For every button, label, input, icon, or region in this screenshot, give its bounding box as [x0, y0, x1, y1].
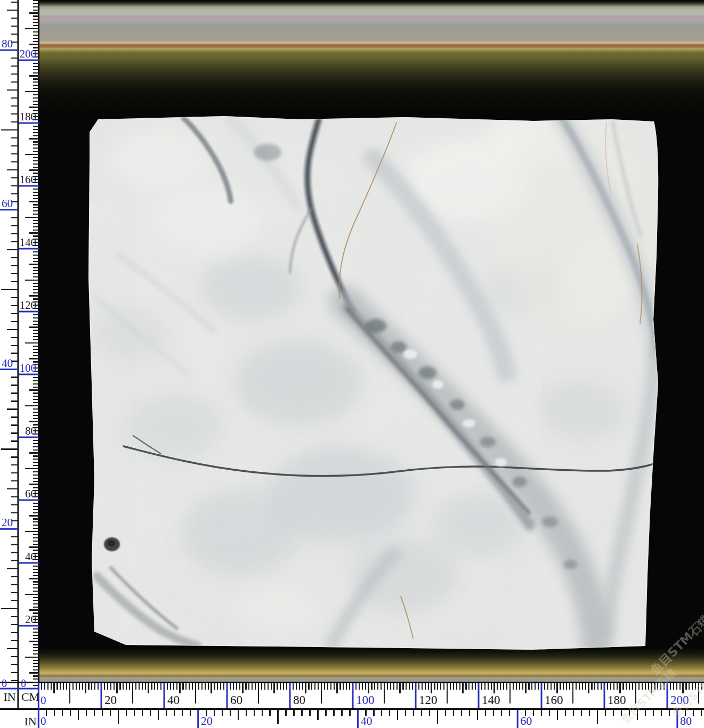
scan-scene: 2040608010012014016018020020406080002040… [0, 0, 704, 728]
ruler-label: 0 [21, 677, 26, 689]
ruler-major-line [352, 683, 354, 708]
scan-artifact-top-bands [39, 0, 704, 112]
ruler-major-line [415, 683, 417, 708]
ruler-major-line [357, 710, 359, 728]
marble-slab-image [85, 109, 667, 651]
ruler-label: 60 [2, 197, 13, 210]
ruler-label: 80 [293, 693, 305, 707]
ruler-label: 20 [2, 516, 13, 529]
slab-grain [85, 112, 667, 651]
ruler-label: 200 [20, 47, 37, 60]
ruler-label: 160 [545, 693, 563, 707]
ruler-label: 0 [41, 715, 46, 727]
ruler-label: 100 [20, 362, 37, 374]
scan-artifact-bottom-bands [39, 647, 704, 682]
ruler-major-line [164, 683, 165, 708]
ruler-label: 20 [104, 693, 117, 707]
slab-clipped-group [85, 109, 667, 651]
ruler-major-line [517, 710, 519, 728]
ruler-label: 40 [2, 357, 13, 370]
ruler-label: 140 [482, 693, 500, 707]
ruler-major-line [289, 683, 291, 708]
ruler-label: 140 [20, 236, 37, 249]
ruler-label: 20 [201, 714, 213, 727]
ruler-major-line [541, 683, 543, 708]
ruler-label: 20 [25, 613, 36, 626]
ruler-label: 40 [360, 714, 372, 727]
left-ruler-cm-unit-label: CM [21, 690, 39, 704]
ruler-label: 60 [230, 693, 242, 707]
ruler-label: 80 [2, 37, 13, 50]
ruler-major-line [478, 683, 480, 708]
ruler-major-line [197, 710, 199, 728]
stone-slab-scan-view: 2040608010012014016018020020406080002040… [0, 0, 704, 728]
ruler-label: 120 [419, 693, 438, 707]
ruler-label: 180 [20, 110, 37, 123]
left-ruler-edge [38, 0, 39, 683]
ruler-major-line [226, 683, 228, 708]
left-ruler-inches-unit-label: IN [3, 690, 15, 704]
ruler-label: 0 [41, 694, 46, 707]
ruler-label: 160 [20, 173, 37, 186]
ruler-label: 60 [25, 487, 36, 500]
ruler-label: 120 [20, 299, 37, 312]
bottom-ruler-divider [0, 708, 704, 710]
ruler-label: 80 [25, 424, 36, 437]
ruler-major-line [101, 683, 102, 708]
bottom-ruler-top-edge [0, 682, 704, 683]
ruler-label: 180 [608, 693, 626, 707]
ruler-label: 100 [356, 693, 375, 707]
ruler-major-line [604, 683, 605, 708]
ruler-label: 40 [167, 693, 180, 707]
ruler-label: 40 [25, 550, 36, 563]
bottom-ruler-inches-unit-label: IN [24, 715, 36, 728]
ruler-label: 60 [520, 714, 532, 727]
ruler-label: 0 [2, 677, 7, 689]
